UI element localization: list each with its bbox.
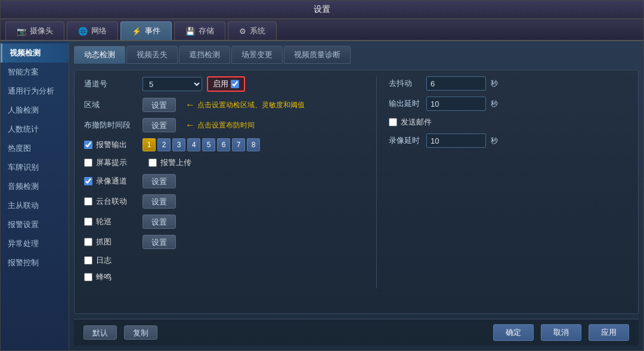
- record-channel-checkbox[interactable]: [84, 177, 92, 185]
- sub-tab-video-quality[interactable]: 视频质量诊断: [284, 46, 351, 64]
- record-btn[interactable]: 设置: [143, 174, 176, 188]
- sub-tab-scene-change[interactable]: 场景变更: [231, 46, 283, 64]
- content-area: 动态检测 视频丢失 遮挡检测 场景变更 视频质量诊断: [69, 41, 643, 350]
- sidebar-item-master-slave[interactable]: 主从联动: [1, 196, 69, 215]
- debounce-input[interactable]: [426, 76, 486, 91]
- sidebar-item-face[interactable]: 人脸检测: [1, 101, 69, 120]
- capture-btn[interactable]: 设置: [143, 235, 176, 249]
- nav-tab-event[interactable]: ⚡ 事件: [120, 21, 172, 40]
- zone-row: 区域 设置 ← 点击设置动检区域、灵敏度和阈值: [84, 98, 370, 112]
- nav-bar: 📷 摄像头 🌐 网络 ⚡ 事件 💾 存储 ⚙ 系统: [1, 19, 643, 41]
- capture-row: 抓图 设置: [84, 235, 370, 249]
- capture-checkbox[interactable]: [84, 238, 92, 246]
- record-delay-input[interactable]: [426, 133, 486, 148]
- title-bar: 设置: [1, 1, 643, 19]
- record-delay-unit: 秒: [491, 136, 498, 146]
- sidebar-item-count[interactable]: 人数统计: [1, 120, 69, 139]
- storage-icon: 💾: [185, 27, 195, 36]
- sub-tab-video-loss[interactable]: 视频丢失: [126, 46, 178, 64]
- nav-tab-storage[interactable]: 💾 存储: [174, 21, 225, 40]
- tour-label: 轮巡: [96, 216, 112, 227]
- sub-tab-tamper[interactable]: 遮挡检测: [179, 46, 230, 64]
- schedule-row: 布撤防时间段 设置 ← 点击设置布防时间: [84, 118, 370, 132]
- sidebar-item-plate[interactable]: 车牌识别: [1, 158, 69, 177]
- tour-checkbox[interactable]: [84, 218, 92, 226]
- log-label: 日志: [96, 255, 112, 266]
- alarm-upload-row: 报警上传: [148, 157, 191, 168]
- channel-select[interactable]: 5: [143, 77, 202, 91]
- sidebar-item-alarm[interactable]: 报警设置: [1, 215, 69, 234]
- sidebar-item-video-detection[interactable]: 视频检测: [1, 44, 69, 63]
- alarm-out-checkbox-row: 报警输出: [84, 139, 138, 150]
- channel-btn-7[interactable]: 7: [232, 138, 245, 151]
- default-button[interactable]: 默认: [83, 325, 117, 340]
- output-delay-label: 输出延时: [389, 98, 422, 109]
- output-delay-input[interactable]: [426, 97, 486, 111]
- sidebar-item-exception[interactable]: 异常处理: [1, 234, 69, 253]
- nav-tab-network[interactable]: 🌐 网络: [67, 21, 118, 40]
- confirm-button[interactable]: 确定: [493, 324, 534, 341]
- alarm-upload-checkbox[interactable]: [148, 159, 157, 167]
- schedule-arrow: ←: [185, 120, 195, 131]
- log-checkbox[interactable]: [84, 256, 92, 265]
- output-delay-row: 输出延时 秒: [389, 97, 628, 111]
- send-email-label: 发送邮件: [401, 117, 432, 128]
- send-email-cb-row: 发送邮件: [389, 117, 432, 128]
- channel-btn-3[interactable]: 3: [172, 138, 185, 151]
- sidebar-item-alarm-control[interactable]: 报警控制: [1, 253, 69, 272]
- tour-cb-row: 轮巡: [84, 216, 138, 227]
- form-area: 通道号 5 启用 区域 设置: [74, 70, 639, 314]
- record-delay-label: 录像延时: [389, 135, 422, 146]
- enable-checkbox[interactable]: [231, 80, 239, 88]
- bottom-right-buttons: 确定 取消 应用: [493, 324, 629, 341]
- channel-buttons: 1 2 3 4 5 6 7 8: [143, 138, 260, 151]
- left-column: 通道号 5 启用 区域 设置: [84, 76, 370, 288]
- channel-btn-5[interactable]: 5: [202, 138, 215, 151]
- buzzer-checkbox[interactable]: [84, 273, 92, 281]
- channel-row: 通道号 5 启用: [84, 76, 370, 92]
- copy-button[interactable]: 复制: [124, 325, 157, 340]
- cancel-button[interactable]: 取消: [541, 324, 581, 341]
- system-icon: ⚙: [239, 27, 246, 36]
- bottom-bar: 默认 复制 确定 取消 应用: [74, 319, 639, 346]
- ptz-checkbox[interactable]: [84, 197, 92, 206]
- ptz-cb-row: 云台联动: [84, 196, 138, 207]
- log-row: 日志: [84, 255, 370, 266]
- zone-label: 区域: [84, 100, 138, 110]
- send-email-checkbox[interactable]: [389, 118, 397, 126]
- event-icon: ⚡: [132, 27, 141, 36]
- debounce-label: 去抖动: [389, 78, 422, 89]
- nav-tab-system[interactable]: ⚙ 系统: [228, 21, 277, 40]
- record-delay-row: 录像延时 秒: [389, 133, 628, 148]
- alarm-upload-label: 报警上传: [160, 157, 191, 168]
- record-channel-cb-row: 录像通道: [84, 176, 138, 187]
- log-cb-row: 日志: [84, 255, 112, 266]
- channel-btn-6[interactable]: 6: [217, 138, 230, 151]
- sidebar-item-behavior[interactable]: 通用行为分析: [1, 82, 69, 101]
- sub-tabs: 动态检测 视频丢失 遮挡检测 场景变更 视频质量诊断: [74, 46, 639, 64]
- send-email-row: 发送邮件: [389, 117, 628, 128]
- channel-btn-1[interactable]: 1: [143, 138, 156, 151]
- schedule-btn[interactable]: 设置: [143, 118, 176, 132]
- screen-prompt-checkbox[interactable]: [84, 159, 92, 167]
- screen-alarm-row: 屏幕提示 报警上传: [84, 157, 370, 168]
- zone-btn[interactable]: 设置: [143, 98, 176, 112]
- channel-btn-2[interactable]: 2: [157, 138, 171, 151]
- right-column: 去抖动 秒 输出延时 秒: [376, 76, 628, 288]
- sub-tab-motion[interactable]: 动态检测: [74, 46, 125, 64]
- sidebar-item-smart-plan[interactable]: 智能方案: [1, 63, 69, 82]
- debounce-row: 去抖动 秒: [389, 76, 628, 91]
- nav-tab-camera[interactable]: 📷 摄像头: [5, 21, 64, 40]
- alarm-out-checkbox[interactable]: [84, 141, 92, 149]
- sidebar-item-heat[interactable]: 热度图: [1, 139, 69, 158]
- channel-btn-8[interactable]: 8: [247, 138, 260, 151]
- tour-btn[interactable]: 设置: [143, 215, 176, 229]
- apply-button[interactable]: 应用: [589, 324, 629, 341]
- alarm-out-row: 报警输出 1 2 3 4 5 6 7 8: [84, 138, 370, 151]
- buzzer-cb-row: 蜂鸣: [84, 272, 112, 282]
- sidebar-item-audio[interactable]: 音频检测: [1, 177, 69, 196]
- schedule-label: 布撤防时间段: [84, 120, 138, 131]
- network-icon: 🌐: [78, 27, 88, 36]
- ptz-btn[interactable]: 设置: [143, 194, 176, 209]
- channel-btn-4[interactable]: 4: [187, 138, 200, 151]
